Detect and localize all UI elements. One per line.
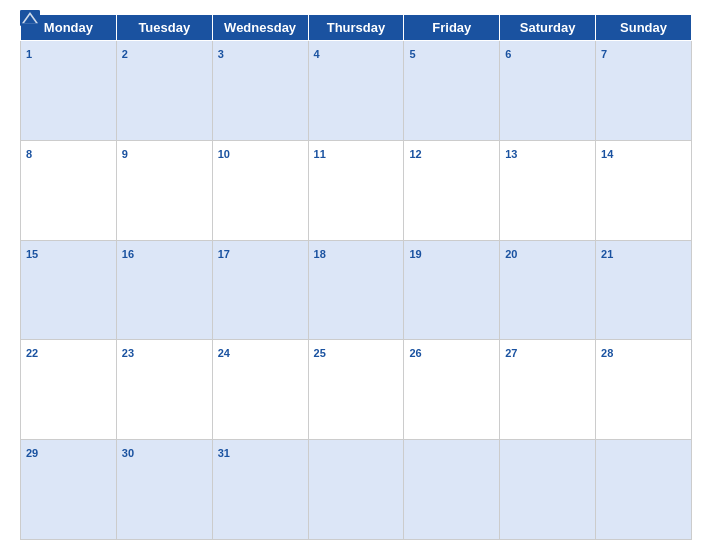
day-number: 10 bbox=[218, 148, 230, 160]
day-number: 5 bbox=[409, 48, 415, 60]
day-number: 17 bbox=[218, 248, 230, 260]
calendar-day-cell: 31 bbox=[212, 440, 308, 540]
calendar-day-cell: 7 bbox=[596, 41, 692, 141]
calendar-week-row: 15161718192021 bbox=[21, 240, 692, 340]
calendar-day-cell: 30 bbox=[116, 440, 212, 540]
day-number: 8 bbox=[26, 148, 32, 160]
calendar-day-cell: 4 bbox=[308, 41, 404, 141]
day-number: 16 bbox=[122, 248, 134, 260]
calendar-day-cell: 23 bbox=[116, 340, 212, 440]
calendar-day-cell: 24 bbox=[212, 340, 308, 440]
day-number: 19 bbox=[409, 248, 421, 260]
day-number: 9 bbox=[122, 148, 128, 160]
calendar-day-cell bbox=[308, 440, 404, 540]
weekday-header-saturday: Saturday bbox=[500, 15, 596, 41]
weekday-header-friday: Friday bbox=[404, 15, 500, 41]
calendar-day-cell: 3 bbox=[212, 41, 308, 141]
day-number: 28 bbox=[601, 347, 613, 359]
calendar-day-cell bbox=[404, 440, 500, 540]
day-number: 23 bbox=[122, 347, 134, 359]
calendar-day-cell: 26 bbox=[404, 340, 500, 440]
day-number: 2 bbox=[122, 48, 128, 60]
calendar-day-cell: 16 bbox=[116, 240, 212, 340]
day-number: 26 bbox=[409, 347, 421, 359]
day-number: 12 bbox=[409, 148, 421, 160]
calendar-day-cell: 19 bbox=[404, 240, 500, 340]
day-number: 20 bbox=[505, 248, 517, 260]
day-number: 27 bbox=[505, 347, 517, 359]
calendar-table: MondayTuesdayWednesdayThursdayFridaySatu… bbox=[20, 14, 692, 540]
day-number: 7 bbox=[601, 48, 607, 60]
calendar-day-cell: 9 bbox=[116, 140, 212, 240]
calendar-day-cell: 22 bbox=[21, 340, 117, 440]
day-number: 25 bbox=[314, 347, 326, 359]
day-number: 4 bbox=[314, 48, 320, 60]
day-number: 3 bbox=[218, 48, 224, 60]
calendar-day-cell: 12 bbox=[404, 140, 500, 240]
day-number: 11 bbox=[314, 148, 326, 160]
general-blue-icon bbox=[20, 10, 40, 26]
logo bbox=[20, 10, 42, 26]
calendar-day-cell: 29 bbox=[21, 440, 117, 540]
weekday-header-thursday: Thursday bbox=[308, 15, 404, 41]
day-number: 1 bbox=[26, 48, 32, 60]
day-number: 13 bbox=[505, 148, 517, 160]
calendar-day-cell bbox=[596, 440, 692, 540]
weekday-header-wednesday: Wednesday bbox=[212, 15, 308, 41]
calendar-day-cell: 28 bbox=[596, 340, 692, 440]
day-number: 18 bbox=[314, 248, 326, 260]
day-number: 15 bbox=[26, 248, 38, 260]
day-number: 14 bbox=[601, 148, 613, 160]
calendar-day-cell: 18 bbox=[308, 240, 404, 340]
calendar-day-cell: 6 bbox=[500, 41, 596, 141]
calendar-week-row: 22232425262728 bbox=[21, 340, 692, 440]
day-number: 31 bbox=[218, 447, 230, 459]
calendar-day-cell: 15 bbox=[21, 240, 117, 340]
weekday-header-row: MondayTuesdayWednesdayThursdayFridaySatu… bbox=[21, 15, 692, 41]
day-number: 6 bbox=[505, 48, 511, 60]
weekday-header-sunday: Sunday bbox=[596, 15, 692, 41]
calendar-day-cell: 17 bbox=[212, 240, 308, 340]
weekday-header-tuesday: Tuesday bbox=[116, 15, 212, 41]
calendar-day-cell: 10 bbox=[212, 140, 308, 240]
calendar-day-cell: 5 bbox=[404, 41, 500, 141]
calendar-week-row: 1234567 bbox=[21, 41, 692, 141]
day-number: 30 bbox=[122, 447, 134, 459]
calendar-week-row: 293031 bbox=[21, 440, 692, 540]
calendar-day-cell bbox=[500, 440, 596, 540]
calendar-day-cell: 20 bbox=[500, 240, 596, 340]
calendar-day-cell: 14 bbox=[596, 140, 692, 240]
calendar-day-cell: 13 bbox=[500, 140, 596, 240]
calendar-day-cell: 21 bbox=[596, 240, 692, 340]
day-number: 21 bbox=[601, 248, 613, 260]
calendar-day-cell: 25 bbox=[308, 340, 404, 440]
day-number: 24 bbox=[218, 347, 230, 359]
calendar-day-cell: 8 bbox=[21, 140, 117, 240]
calendar-day-cell: 1 bbox=[21, 41, 117, 141]
calendar-day-cell: 11 bbox=[308, 140, 404, 240]
day-number: 29 bbox=[26, 447, 38, 459]
calendar-week-row: 891011121314 bbox=[21, 140, 692, 240]
calendar-day-cell: 2 bbox=[116, 41, 212, 141]
day-number: 22 bbox=[26, 347, 38, 359]
calendar-day-cell: 27 bbox=[500, 340, 596, 440]
